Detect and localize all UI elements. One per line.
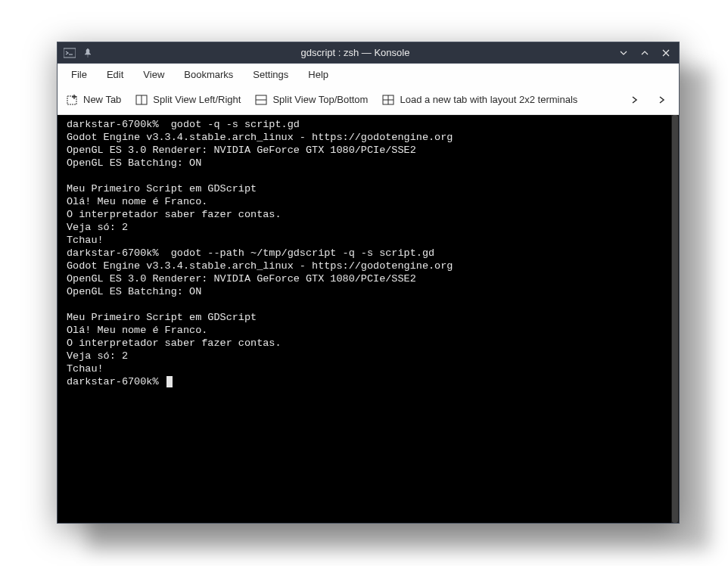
new-tab-label: New Tab bbox=[83, 94, 121, 105]
scrollbar[interactable] bbox=[671, 115, 679, 523]
terminal-line: darkstar-6700k% godot -q -s script.gd bbox=[67, 118, 662, 131]
terminal-line: Olá! Meu nome é Franco. bbox=[67, 195, 662, 208]
terminal-line: Godot Engine v3.3.4.stable.arch_linux - … bbox=[67, 260, 662, 272]
terminal-line bbox=[67, 298, 662, 311]
split-lr-icon bbox=[135, 93, 148, 107]
scrollbar-thumb[interactable] bbox=[672, 115, 678, 523]
terminal-line: Godot Engine v3.3.4.stable.arch_linux - … bbox=[67, 131, 662, 144]
terminal-line: OpenGL ES Batching: ON bbox=[67, 157, 662, 169]
close-button[interactable] bbox=[659, 46, 673, 60]
terminal-line: Meu Primeiro Script em GDScript bbox=[67, 311, 662, 324]
toolbar: New Tab Split View Left/Right Split View… bbox=[58, 85, 679, 115]
terminal-line: Meu Primeiro Script em GDScript bbox=[67, 182, 662, 195]
titlebar[interactable]: gdscript : zsh — Konsole bbox=[58, 42, 679, 64]
pin-icon[interactable] bbox=[82, 47, 94, 59]
terminal-line: darkstar-6700k% godot --path ~/tmp/gdscr… bbox=[67, 247, 662, 260]
window-title: gdscript : zsh — Konsole bbox=[94, 47, 617, 58]
maximize-button[interactable] bbox=[638, 46, 652, 60]
minimize-button[interactable] bbox=[617, 46, 630, 60]
terminal-line: Olá! Meu nome é Franco. bbox=[67, 324, 662, 337]
konsole-window: gdscript : zsh — Konsole File Edit View bbox=[57, 42, 680, 524]
menubar: File Edit View Bookmarks Settings Help bbox=[58, 64, 679, 85]
menu-view[interactable]: View bbox=[134, 66, 173, 83]
cursor bbox=[166, 376, 173, 387]
load-layout-button[interactable]: Load a new tab with layout 2x2 terminals bbox=[380, 90, 579, 110]
menu-edit[interactable]: Edit bbox=[98, 66, 132, 83]
terminal-line: OpenGL ES Batching: ON bbox=[67, 285, 662, 298]
terminal-output[interactable]: darkstar-6700k% godot -q -s script.gdGod… bbox=[58, 115, 671, 523]
menu-help[interactable]: Help bbox=[299, 66, 338, 83]
terminal-line: OpenGL ES 3.0 Renderer: NVIDIA GeForce G… bbox=[67, 272, 662, 285]
menu-bookmarks[interactable]: Bookmarks bbox=[175, 66, 242, 83]
terminal-prompt-line[interactable]: darkstar-6700k% bbox=[67, 375, 662, 388]
terminal-prompt-icon bbox=[64, 47, 76, 59]
load-layout-label: Load a new tab with layout 2x2 terminals bbox=[400, 94, 577, 105]
split-tb-label: Split View Top/Bottom bbox=[272, 94, 368, 105]
terminal-line bbox=[67, 169, 662, 182]
menu-settings[interactable]: Settings bbox=[244, 66, 297, 83]
chevron-right-icon[interactable] bbox=[655, 93, 668, 107]
terminal-line: Tchau! bbox=[67, 362, 662, 375]
layout-grid-icon bbox=[381, 93, 395, 107]
chevron-right-icon[interactable] bbox=[627, 93, 641, 107]
split-tb-icon bbox=[254, 93, 268, 107]
terminal-line: Tchau! bbox=[67, 234, 662, 247]
new-tab-button[interactable]: New Tab bbox=[64, 90, 123, 110]
terminal-line: OpenGL ES 3.0 Renderer: NVIDIA GeForce G… bbox=[67, 144, 662, 157]
new-tab-icon bbox=[65, 93, 79, 107]
terminal-line: Veja só: 2 bbox=[67, 221, 662, 234]
terminal-line: O interpretador saber fazer contas. bbox=[67, 337, 662, 350]
terminal-line: O interpretador saber fazer contas. bbox=[67, 208, 662, 221]
menu-file[interactable]: File bbox=[62, 66, 96, 83]
svg-rect-0 bbox=[64, 48, 76, 58]
terminal-line: Veja só: 2 bbox=[67, 350, 662, 362]
split-lr-label: Split View Left/Right bbox=[153, 94, 241, 105]
split-tb-button[interactable]: Split View Top/Bottom bbox=[253, 90, 369, 110]
split-lr-button[interactable]: Split View Left/Right bbox=[133, 90, 242, 110]
terminal-area[interactable]: darkstar-6700k% godot -q -s script.gdGod… bbox=[58, 115, 679, 523]
